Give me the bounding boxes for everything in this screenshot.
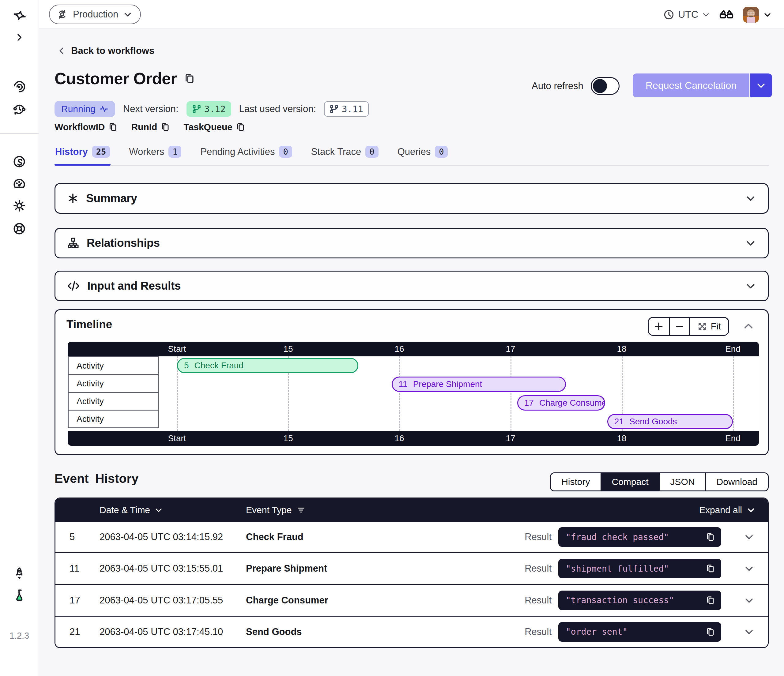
asterisk-icon: [67, 193, 79, 204]
copy-icon[interactable]: [108, 122, 118, 132]
timezone-label: UTC: [678, 9, 698, 20]
input-results-section[interactable]: Input and Results: [54, 270, 769, 301]
timeline-bar-charge-consumer[interactable]: 17 Charge Consumer: [517, 395, 605, 410]
sidebar: 1.2.3: [0, 0, 39, 676]
tab-history[interactable]: History 25: [54, 141, 110, 165]
copy-icon[interactable]: [705, 564, 715, 573]
timeline-collapse-chevron-up-icon[interactable]: [743, 320, 754, 332]
sort-chevron-down-icon[interactable]: [154, 506, 163, 514]
avatar[interactable]: [743, 7, 759, 23]
result-chip: "shipment fulfilled": [558, 559, 721, 578]
event-history-title: Event History: [54, 471, 138, 486]
event-type: Prepare Shipment: [246, 563, 327, 574]
timeline-bar-send-goods[interactable]: 21 Send Goods: [607, 414, 733, 429]
zoom-out-button[interactable]: [669, 318, 689, 335]
sidebar-item-labs-flask-icon[interactable]: [12, 589, 26, 602]
event-row-send-goods[interactable]: 21 2063-04-05 UTC 03:17:45.10 Send Goods…: [55, 616, 768, 647]
sidebar-expand-chevron-right-icon[interactable]: [14, 33, 24, 42]
topbar: Production UTC: [39, 0, 784, 29]
sidebar-item-nexus-icon[interactable]: [12, 155, 26, 168]
row-expand-chevron-down-icon[interactable]: [744, 532, 754, 542]
axis-tick: 16: [394, 344, 404, 354]
toggle-knob: [593, 79, 607, 93]
column-event-type[interactable]: Event Type: [246, 505, 305, 515]
namespace-selector[interactable]: Production: [49, 5, 141, 24]
column-date-time[interactable]: Date & Time: [100, 505, 163, 515]
back-to-workflows-link[interactable]: Back to workflows: [57, 45, 154, 56]
tab-workers[interactable]: Workers 1: [128, 141, 182, 165]
view-history-button[interactable]: History: [551, 473, 600, 491]
download-button[interactable]: Download: [705, 473, 768, 491]
branch-icon: [192, 104, 201, 113]
request-cancelation-button[interactable]: Request Cancelation: [633, 73, 772, 97]
bar-event-id: 21: [614, 416, 624, 426]
chevron-down-icon: [763, 11, 772, 19]
copy-icon[interactable]: [705, 532, 715, 542]
status-label: Running: [61, 104, 96, 114]
event-row-check-fraud[interactable]: 5 2063-04-05 UTC 03:14:15.92 Check Fraud…: [55, 522, 768, 552]
bar-event-id: 17: [524, 398, 534, 408]
copy-icon[interactable]: [235, 122, 245, 132]
event-type: Check Fraud: [246, 531, 303, 542]
tab-label: Queries: [398, 146, 431, 157]
glasses-icon[interactable]: [719, 7, 734, 22]
copy-title-icon[interactable]: [184, 73, 195, 84]
last-used-version-label: Last used version:: [239, 104, 316, 115]
event-row-charge-consumer[interactable]: 17 2063-04-05 UTC 03:17:05.55 Charge Con…: [55, 584, 768, 616]
copy-icon[interactable]: [705, 627, 715, 637]
user-menu[interactable]: [743, 7, 772, 23]
section-title: Summary: [86, 192, 745, 205]
sidebar-item-workflows-icon[interactable]: [12, 80, 26, 93]
timeline-bar-check-fraud[interactable]: 5 Check Fraud: [177, 358, 358, 373]
row-expand-chevron-down-icon[interactable]: [744, 595, 754, 606]
sidebar-item-usage-gauge-icon[interactable]: [12, 177, 26, 190]
chevron-down-icon[interactable]: [745, 193, 756, 204]
sidebar-item-support-lifebuoy-icon[interactable]: [12, 222, 26, 235]
chevron-down-icon[interactable]: [745, 238, 756, 249]
tab-queries[interactable]: Queries 0: [397, 141, 449, 165]
event-datetime: 2063-04-05 UTC 03:17:45.10: [100, 626, 223, 637]
event-history-table: Date & Time Event Type Expand all 5 2063…: [54, 497, 769, 648]
run-id-copy[interactable]: RunId: [131, 122, 170, 132]
copy-icon[interactable]: [160, 122, 170, 132]
code-icon: [67, 280, 80, 292]
request-cancelation-label[interactable]: Request Cancelation: [633, 73, 750, 97]
event-history-header: Date & Time Event Type Expand all: [55, 499, 768, 522]
axis-tick: 15: [283, 434, 293, 443]
workflow-id-copy[interactable]: WorkflowID: [54, 122, 118, 132]
zoom-in-button[interactable]: [649, 318, 669, 335]
sidebar-item-schedules-icon[interactable]: [12, 102, 26, 116]
relationships-section[interactable]: Relationships: [54, 228, 769, 258]
tab-stack-trace[interactable]: Stack Trace 0: [311, 141, 379, 165]
tab-pending-activities[interactable]: Pending Activities 0: [200, 141, 292, 165]
temporal-logo-icon[interactable]: [12, 10, 26, 24]
column-label: Event Type: [246, 505, 292, 515]
filter-icon[interactable]: [297, 506, 305, 514]
auto-refresh-toggle[interactable]: [591, 77, 619, 95]
view-compact-button[interactable]: Compact: [600, 473, 659, 491]
result-label: Result: [470, 563, 552, 574]
chevron-down-icon[interactable]: [745, 280, 756, 291]
timeline-bar-prepare-shipment[interactable]: 11 Prepare Shipment: [392, 376, 566, 392]
result-chip: "fraud check passed": [558, 527, 721, 547]
fit-button[interactable]: Fit: [689, 318, 728, 335]
row-expand-chevron-down-icon[interactable]: [744, 627, 754, 637]
event-row-prepare-shipment[interactable]: 11 2063-04-05 UTC 03:15:55.01 Prepare Sh…: [55, 552, 768, 584]
copy-icon[interactable]: [705, 595, 715, 605]
axis-tick: 18: [617, 434, 626, 443]
pulse-icon: [99, 104, 109, 113]
row-expand-chevron-down-icon[interactable]: [744, 563, 754, 574]
bar-label: Check Fraud: [194, 361, 243, 370]
sidebar-item-settings-gear-icon[interactable]: [12, 199, 26, 213]
column-label: Date & Time: [100, 505, 150, 515]
timezone-selector[interactable]: UTC: [663, 9, 710, 20]
result-value: "fraud check passed": [566, 532, 669, 542]
request-cancelation-dropdown[interactable]: [750, 73, 772, 97]
expand-all-button[interactable]: Expand all: [699, 505, 756, 515]
summary-section[interactable]: Summary: [54, 183, 769, 214]
view-json-button[interactable]: JSON: [659, 473, 705, 491]
task-queue-copy[interactable]: TaskQueue: [184, 122, 245, 132]
sidebar-item-getting-started-rocket-icon[interactable]: [12, 566, 26, 580]
bar-label: Send Goods: [629, 416, 677, 426]
task-queue-label: TaskQueue: [184, 122, 232, 132]
